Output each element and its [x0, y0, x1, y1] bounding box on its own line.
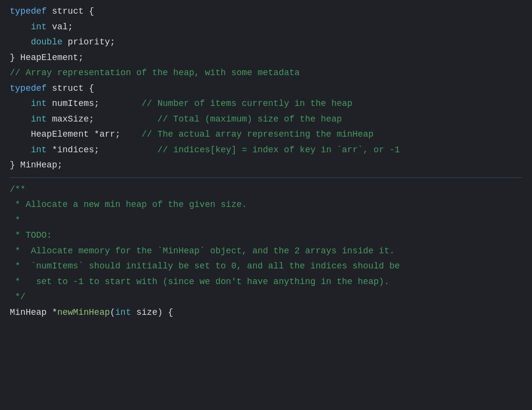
code-token: [10, 145, 31, 155]
code-line: * set to -1 to start with (since we don'…: [10, 274, 522, 290]
code-line: int val;: [10, 20, 522, 35]
code-token: numItems;: [47, 99, 100, 108]
code-section-1: typedef struct { int val; double priorit…: [0, 4, 532, 320]
code-token: typedef: [10, 83, 47, 93]
section-divider: [10, 177, 522, 178]
code-token: // Number of items currently in the heap: [100, 99, 352, 108]
code-line: /**: [10, 182, 522, 198]
code-token: int: [115, 308, 131, 317]
code-token: [10, 22, 31, 32]
code-token: priority;: [62, 37, 115, 47]
code-token: int: [31, 99, 46, 108]
code-token: // The actual array representing the min…: [121, 129, 373, 139]
code-token: (: [110, 308, 115, 317]
code-token: /**: [10, 184, 25, 194]
code-token: } HeapElement;: [10, 53, 83, 62]
code-token: struct {: [47, 83, 94, 93]
code-token: * set to -1 to start with (since we don'…: [10, 277, 389, 287]
code-token: */: [10, 292, 25, 302]
code-token: [10, 114, 31, 124]
code-token: int: [31, 114, 46, 124]
code-token: int: [31, 145, 46, 155]
code-line: typedef struct {: [10, 81, 522, 97]
code-token: val;: [47, 22, 73, 32]
code-token: -1: [384, 145, 400, 155]
code-token: // indices[key] = index of key in `arr`,: [100, 145, 374, 155]
code-container: typedef struct { int val; double priorit…: [0, 0, 532, 410]
code-line: *: [10, 213, 522, 228]
code-token: [10, 37, 31, 47]
code-line: * Allocate a new min heap of the given s…: [10, 197, 522, 213]
code-token: *indices;: [47, 145, 100, 155]
code-line: * `numItems` should initially be set to …: [10, 259, 522, 274]
code-token: * `numItems` should initially be set to …: [10, 261, 400, 271]
code-token: * Allocate a new min heap of the given s…: [10, 200, 247, 209]
code-line: } HeapElement;: [10, 50, 522, 66]
code-token: double: [31, 37, 62, 47]
code-token: // Array representation of the heap, wit…: [10, 68, 300, 78]
code-token: // Total (maximum) size of the heap: [94, 114, 342, 124]
code-token: MinHeap *: [10, 308, 57, 317]
code-line: // Array representation of the heap, wit…: [10, 65, 522, 81]
code-line: */: [10, 289, 522, 305]
code-token: [10, 99, 31, 108]
code-line: int maxSize; // Total (maximum) size of …: [10, 112, 522, 127]
code-token: } MinHeap;: [10, 160, 62, 170]
code-line: int numItems; // Number of items current…: [10, 96, 522, 112]
code-token: HeapElement *arr;: [10, 129, 121, 139]
code-line: * TODO:: [10, 228, 522, 244]
code-token: maxSize;: [47, 114, 94, 124]
code-token: or: [373, 145, 384, 155]
code-token: * TODO:: [10, 230, 52, 240]
code-token: typedef: [10, 6, 47, 16]
code-token: * Allocate memory for the `MinHeap` obje…: [10, 246, 395, 256]
code-token: newMinHeap: [57, 308, 110, 317]
code-token: size) {: [131, 308, 173, 317]
code-line: typedef struct {: [10, 4, 522, 20]
code-token: struct {: [47, 6, 94, 16]
code-line: HeapElement *arr; // The actual array re…: [10, 127, 522, 143]
code-line: } MinHeap;: [10, 158, 522, 173]
code-line: int *indices; // indices[key] = index of…: [10, 143, 522, 158]
code-line: double priority;: [10, 35, 522, 50]
code-line: * Allocate memory for the `MinHeap` obje…: [10, 244, 522, 259]
code-token: *: [10, 215, 20, 225]
code-line: MinHeap *newMinHeap(int size) {: [10, 305, 522, 321]
code-token: int: [31, 22, 46, 32]
